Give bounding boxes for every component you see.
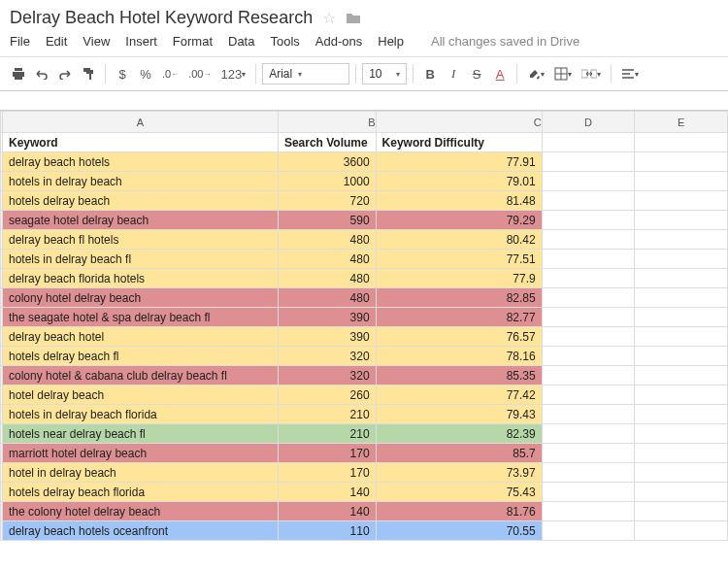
cell[interactable] [635,308,728,327]
cell-keyword[interactable]: hotels near delray beach fl [3,424,279,444]
cell-volume[interactable]: 170 [278,463,376,483]
menu-tools[interactable]: Tools [270,34,299,49]
cell-difficulty[interactable]: 79.01 [376,172,542,191]
cell-keyword[interactable]: hotels delray beach [3,191,279,211]
cell-keyword[interactable]: delray beach florida hotels [3,269,279,288]
cell-difficulty[interactable]: 73.97 [376,463,542,483]
text-color-button[interactable]: A [489,62,511,85]
number-format-button[interactable]: 123 ▾ [216,62,249,85]
cell[interactable] [542,502,635,521]
cell[interactable] [635,347,728,366]
cell-keyword[interactable]: marriott hotel delray beach [3,444,279,463]
col-header-e[interactable]: E [635,112,728,133]
paint-format-icon[interactable] [78,62,99,85]
cell[interactable] [635,424,728,444]
strike-button[interactable]: S [466,62,487,85]
cell[interactable] [542,211,635,230]
percent-button[interactable]: % [135,62,156,85]
cell-keyword[interactable]: hotels delray beach florida [3,483,279,502]
cell-volume[interactable]: 140 [278,483,376,502]
header-keyword[interactable]: Keyword [3,133,279,152]
cell[interactable] [635,327,728,347]
cell[interactable] [542,405,635,424]
cell[interactable] [635,269,728,288]
cell-volume[interactable]: 210 [278,424,376,444]
cell-difficulty[interactable]: 85.35 [376,366,542,385]
menu-edit[interactable]: Edit [46,34,67,49]
cell-keyword[interactable]: delray beach hotels oceanfront [3,521,279,541]
cell[interactable] [635,502,728,521]
cell[interactable] [542,366,635,385]
cell[interactable] [542,250,635,269]
cell[interactable] [635,211,728,230]
cell[interactable] [542,385,635,405]
cell-difficulty[interactable]: 81.76 [376,502,542,521]
cell[interactable] [635,444,728,463]
menu-insert[interactable]: Insert [125,34,157,49]
cell[interactable] [542,424,635,444]
col-header-b[interactable]: B [278,112,376,133]
decrease-decimal-button[interactable]: .0← [158,62,182,85]
cell[interactable] [542,444,635,463]
cell-volume[interactable]: 480 [278,230,376,250]
cell-volume[interactable]: 320 [278,347,376,366]
cell-difficulty[interactable]: 76.57 [376,327,542,347]
cell-volume[interactable]: 3600 [278,152,376,172]
cell-difficulty[interactable]: 82.85 [376,288,542,308]
cell[interactable] [635,521,728,541]
header-difficulty[interactable]: Keyword Difficulty [376,133,542,152]
cell[interactable] [635,172,728,191]
cell-difficulty[interactable]: 79.43 [376,405,542,424]
cell[interactable] [542,133,635,152]
folder-icon[interactable] [346,12,361,25]
cell-volume[interactable]: 140 [278,502,376,521]
align-button[interactable]: ▾ [617,62,643,85]
cell[interactable] [542,172,635,191]
cell[interactable] [635,288,728,308]
cell-volume[interactable]: 480 [278,288,376,308]
cell-difficulty[interactable]: 82.77 [376,308,542,327]
redo-icon[interactable] [54,62,76,85]
cell-difficulty[interactable]: 82.39 [376,424,542,444]
italic-button[interactable]: I [443,62,464,85]
col-header-a[interactable]: A [3,112,279,133]
cell-keyword[interactable]: delray beach hotel [3,327,279,347]
cell-difficulty[interactable]: 85.7 [376,444,542,463]
cell-volume[interactable]: 210 [278,405,376,424]
print-icon[interactable] [8,62,29,85]
cell-difficulty[interactable]: 77.51 [376,250,542,269]
cell[interactable] [635,463,728,483]
menu-data[interactable]: Data [228,34,254,49]
cell[interactable] [635,230,728,250]
undo-icon[interactable] [31,62,52,85]
cell[interactable] [635,366,728,385]
menu-help[interactable]: Help [378,34,404,49]
col-header-d[interactable]: D [542,112,635,133]
cell[interactable] [542,288,635,308]
cell-difficulty[interactable]: 77.91 [376,152,542,172]
cell[interactable] [542,152,635,172]
cell-keyword[interactable]: hotels in delray beach [3,172,279,191]
cell-keyword[interactable]: hotels in delray beach fl [3,250,279,269]
cell-volume[interactable]: 110 [278,521,376,541]
cell-volume[interactable]: 260 [278,385,376,405]
cell-keyword[interactable]: the seagate hotel & spa delray beach fl [3,308,279,327]
cell[interactable] [542,230,635,250]
menu-view[interactable]: View [83,34,110,49]
cell-keyword[interactable]: hotels delray beach fl [3,347,279,366]
cell[interactable] [635,191,728,211]
cell-volume[interactable]: 720 [278,191,376,211]
cell-volume[interactable]: 170 [278,444,376,463]
cell[interactable] [635,250,728,269]
star-icon[interactable]: ☆ [322,9,336,27]
cell-keyword[interactable]: colony hotel & cabana club delray beach … [3,366,279,385]
menu-file[interactable]: File [10,34,30,49]
font-select[interactable]: Arial▾ [262,63,349,84]
header-volume[interactable]: Search Volume [278,133,376,152]
cell[interactable] [542,521,635,541]
cell[interactable] [542,308,635,327]
cell-difficulty[interactable]: 70.55 [376,521,542,541]
cell-difficulty[interactable]: 75.43 [376,483,542,502]
fill-color-button[interactable]: ▾ [523,62,548,85]
cell-difficulty[interactable]: 77.42 [376,385,542,405]
